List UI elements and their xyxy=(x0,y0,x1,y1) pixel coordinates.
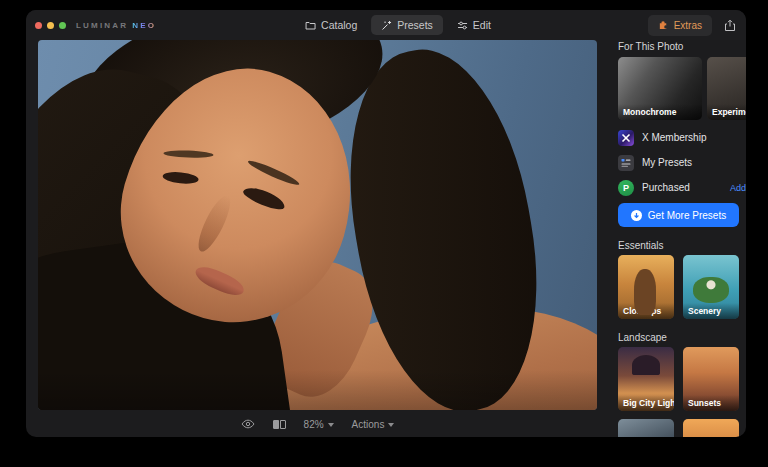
essentials-heading: Essentials xyxy=(618,241,746,251)
preset-label: Sunsets xyxy=(683,395,739,411)
wand-icon xyxy=(381,20,392,31)
canvas-toolbar: 82% Actions xyxy=(38,415,597,433)
preset-label: Big City Lights xyxy=(618,395,674,411)
share-icon[interactable] xyxy=(724,19,736,32)
puzzle-icon xyxy=(658,19,669,32)
get-more-presets-button[interactable]: Get More Presets xyxy=(618,203,739,227)
portrait-photo xyxy=(38,40,597,410)
x-membership-icon xyxy=(618,130,634,146)
chevron-down-icon xyxy=(388,423,394,427)
collection-label: X Membership xyxy=(642,132,706,143)
preset-label: Closeups xyxy=(618,303,674,319)
presets-sidebar: For This Photo Monochrome Experimental X… xyxy=(618,40,746,437)
photo-canvas[interactable] xyxy=(38,40,597,410)
essentials-row: Closeups Scenery xyxy=(618,255,746,319)
actions-dropdown[interactable]: Actions xyxy=(352,419,395,430)
preview-eye-button[interactable] xyxy=(241,419,255,429)
purchased-icon: P xyxy=(618,180,634,196)
add-link[interactable]: Add xyxy=(730,183,746,193)
tab-edit[interactable]: Edit xyxy=(447,15,501,35)
compare-button[interactable] xyxy=(273,420,286,429)
preset-label: Experimental xyxy=(707,104,746,120)
extras-button[interactable]: Extras xyxy=(648,15,712,36)
zoom-level-dropdown[interactable]: 82% xyxy=(304,419,334,430)
tab-label: Presets xyxy=(397,19,433,31)
tab-label: Edit xyxy=(473,19,491,31)
sliders-icon xyxy=(457,20,468,31)
my-presets-icon xyxy=(618,155,634,171)
big-city-lights-preset-thumbnail[interactable]: Big City Lights xyxy=(618,347,674,411)
monochrome-preset-thumbnail[interactable]: Monochrome xyxy=(618,57,702,120)
main-tabs: Catalog Presets Edit xyxy=(295,10,501,40)
purchased-row[interactable]: P Purchased Add xyxy=(618,175,746,200)
zoom-window-button[interactable] xyxy=(59,22,66,29)
tab-catalog[interactable]: Catalog xyxy=(295,15,367,35)
actions-label: Actions xyxy=(352,419,385,430)
folder-icon xyxy=(305,20,316,31)
scenery-preset-thumbnail[interactable]: Scenery xyxy=(683,255,739,319)
collection-label: Purchased xyxy=(642,182,690,193)
collection-label: My Presets xyxy=(642,157,692,168)
titlebar: LUMINAR NEO Catalog Presets xyxy=(26,10,746,40)
x-membership-row[interactable]: X Membership xyxy=(618,125,746,150)
preset-label: Scenery xyxy=(683,303,739,319)
download-circle-icon xyxy=(631,210,642,221)
window-controls xyxy=(35,22,66,29)
zoom-level-value: 82% xyxy=(304,419,324,430)
app-logo: LUMINAR NEO xyxy=(76,21,156,30)
tab-presets[interactable]: Presets xyxy=(371,15,443,35)
titlebar-right-group: Extras xyxy=(648,10,736,40)
chevron-down-icon xyxy=(328,423,334,427)
close-window-button[interactable] xyxy=(35,22,42,29)
preset-label: Monochrome xyxy=(618,104,702,120)
sunsets-preset-thumbnail[interactable]: Sunsets xyxy=(683,347,739,411)
for-this-photo-row: Monochrome Experimental xyxy=(618,57,746,120)
logo-primary: LUMINAR xyxy=(76,21,128,30)
experimental-preset-thumbnail[interactable]: Experimental xyxy=(707,57,746,120)
my-presets-row[interactable]: My Presets xyxy=(618,150,746,175)
landscape-row-2 xyxy=(618,419,746,437)
tab-label: Catalog xyxy=(321,19,357,31)
storm-preset-thumbnail[interactable] xyxy=(618,419,674,437)
minimize-window-button[interactable] xyxy=(47,22,54,29)
for-this-photo-heading: For This Photo xyxy=(618,42,746,52)
sunset-mountains-preset-thumbnail[interactable] xyxy=(683,419,739,437)
landscape-heading: Landscape xyxy=(618,333,746,343)
photo-fade xyxy=(38,370,597,410)
closeups-preset-thumbnail[interactable]: Closeups xyxy=(618,255,674,319)
logo-accent: NEO xyxy=(132,21,156,30)
preset-collections-list: X Membership My Presets P Purchased Add xyxy=(618,125,746,200)
landscape-row: Big City Lights Sunsets xyxy=(618,347,746,411)
extras-label: Extras xyxy=(674,20,702,31)
get-more-presets-label: Get More Presets xyxy=(648,210,726,221)
app-window: LUMINAR NEO Catalog Presets xyxy=(26,10,746,437)
